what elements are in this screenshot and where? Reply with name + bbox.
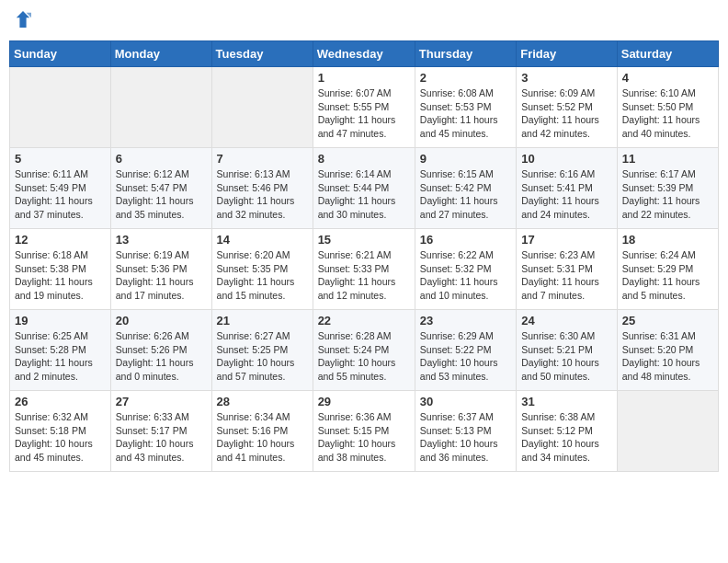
logo [13, 9, 33, 33]
calendar-cell: 31Sunrise: 6:38 AM Sunset: 5:12 PM Dayli… [517, 391, 618, 472]
day-number: 8 [318, 152, 410, 166]
calendar-cell [211, 67, 313, 148]
calendar-week-5: 26Sunrise: 6:32 AM Sunset: 5:18 PM Dayli… [10, 391, 719, 472]
calendar-cell: 5Sunrise: 6:11 AM Sunset: 5:49 PM Daylig… [10, 148, 111, 229]
day-number: 31 [521, 395, 612, 408]
calendar-header-row: SundayMondayTuesdayWednesdayThursdayFrid… [10, 41, 719, 67]
day-info: Sunrise: 6:10 AM Sunset: 5:50 PM Dayligh… [622, 86, 713, 141]
day-info: Sunrise: 6:26 AM Sunset: 5:26 PM Dayligh… [116, 329, 207, 384]
day-header-tuesday: Tuesday [211, 41, 313, 67]
day-number: 11 [622, 152, 713, 166]
calendar-cell: 17Sunrise: 6:23 AM Sunset: 5:31 PM Dayli… [517, 229, 618, 310]
day-number: 26 [15, 395, 106, 408]
calendar-cell [617, 391, 718, 472]
calendar-week-3: 12Sunrise: 6:18 AM Sunset: 5:38 PM Dayli… [10, 229, 719, 310]
day-number: 3 [521, 71, 612, 85]
day-number: 10 [521, 152, 612, 166]
day-info: Sunrise: 6:14 AM Sunset: 5:44 PM Dayligh… [318, 167, 410, 222]
day-info: Sunrise: 6:23 AM Sunset: 5:31 PM Dayligh… [521, 248, 612, 303]
calendar-cell: 13Sunrise: 6:19 AM Sunset: 5:36 PM Dayli… [110, 229, 211, 310]
calendar-table: SundayMondayTuesdayWednesdayThursdayFrid… [9, 40, 719, 472]
day-info: Sunrise: 6:33 AM Sunset: 5:17 PM Dayligh… [116, 410, 207, 465]
calendar-cell: 24Sunrise: 6:30 AM Sunset: 5:21 PM Dayli… [517, 310, 618, 391]
day-info: Sunrise: 6:19 AM Sunset: 5:36 PM Dayligh… [116, 248, 207, 303]
day-number: 12 [15, 233, 106, 247]
day-info: Sunrise: 6:16 AM Sunset: 5:41 PM Dayligh… [521, 167, 612, 222]
day-number: 29 [318, 395, 410, 408]
calendar-week-4: 19Sunrise: 6:25 AM Sunset: 5:28 PM Dayli… [10, 310, 719, 391]
calendar-cell [110, 67, 211, 148]
calendar-cell: 11Sunrise: 6:17 AM Sunset: 5:39 PM Dayli… [617, 148, 718, 229]
calendar-cell: 14Sunrise: 6:20 AM Sunset: 5:35 PM Dayli… [211, 229, 313, 310]
calendar-cell: 23Sunrise: 6:29 AM Sunset: 5:22 PM Dayli… [415, 310, 516, 391]
day-info: Sunrise: 6:37 AM Sunset: 5:13 PM Dayligh… [420, 410, 511, 465]
day-info: Sunrise: 6:28 AM Sunset: 5:24 PM Dayligh… [318, 329, 410, 384]
day-number: 14 [217, 233, 308, 247]
day-info: Sunrise: 6:12 AM Sunset: 5:47 PM Dayligh… [116, 167, 207, 222]
calendar-cell: 7Sunrise: 6:13 AM Sunset: 5:46 PM Daylig… [211, 148, 313, 229]
day-number: 4 [622, 71, 713, 85]
calendar-cell: 4Sunrise: 6:10 AM Sunset: 5:50 PM Daylig… [617, 67, 718, 148]
day-info: Sunrise: 6:21 AM Sunset: 5:33 PM Dayligh… [318, 248, 410, 303]
day-number: 7 [217, 152, 308, 166]
day-number: 16 [420, 233, 511, 247]
day-number: 23 [420, 314, 511, 327]
day-info: Sunrise: 6:11 AM Sunset: 5:49 PM Dayligh… [15, 167, 106, 222]
day-number: 28 [217, 395, 308, 408]
calendar-cell: 29Sunrise: 6:36 AM Sunset: 5:15 PM Dayli… [313, 391, 415, 472]
day-number: 9 [420, 152, 511, 166]
day-number: 19 [15, 314, 106, 327]
calendar-cell: 6Sunrise: 6:12 AM Sunset: 5:47 PM Daylig… [110, 148, 211, 229]
day-info: Sunrise: 6:30 AM Sunset: 5:21 PM Dayligh… [521, 329, 612, 384]
calendar-cell: 15Sunrise: 6:21 AM Sunset: 5:33 PM Dayli… [313, 229, 415, 310]
calendar-cell [10, 67, 111, 148]
day-info: Sunrise: 6:32 AM Sunset: 5:18 PM Dayligh… [15, 410, 106, 465]
calendar-cell: 8Sunrise: 6:14 AM Sunset: 5:44 PM Daylig… [313, 148, 415, 229]
day-info: Sunrise: 6:34 AM Sunset: 5:16 PM Dayligh… [217, 410, 308, 465]
day-info: Sunrise: 6:17 AM Sunset: 5:39 PM Dayligh… [622, 167, 713, 222]
day-number: 5 [15, 152, 106, 166]
day-number: 27 [116, 395, 207, 408]
day-header-saturday: Saturday [617, 41, 718, 67]
day-info: Sunrise: 6:31 AM Sunset: 5:20 PM Dayligh… [622, 329, 713, 384]
day-number: 20 [116, 314, 207, 327]
calendar-cell: 20Sunrise: 6:26 AM Sunset: 5:26 PM Dayli… [110, 310, 211, 391]
day-info: Sunrise: 6:24 AM Sunset: 5:29 PM Dayligh… [622, 248, 713, 303]
day-info: Sunrise: 6:07 AM Sunset: 5:55 PM Dayligh… [318, 86, 410, 141]
calendar-cell: 12Sunrise: 6:18 AM Sunset: 5:38 PM Dayli… [10, 229, 111, 310]
calendar-cell: 10Sunrise: 6:16 AM Sunset: 5:41 PM Dayli… [517, 148, 618, 229]
day-number: 24 [521, 314, 612, 327]
day-number: 15 [318, 233, 410, 247]
calendar-cell: 2Sunrise: 6:08 AM Sunset: 5:53 PM Daylig… [415, 67, 516, 148]
day-info: Sunrise: 6:36 AM Sunset: 5:15 PM Dayligh… [318, 410, 410, 465]
calendar-cell: 18Sunrise: 6:24 AM Sunset: 5:29 PM Dayli… [617, 229, 718, 310]
day-number: 6 [116, 152, 207, 166]
day-number: 22 [318, 314, 410, 327]
day-number: 17 [521, 233, 612, 247]
calendar-cell: 16Sunrise: 6:22 AM Sunset: 5:32 PM Dayli… [415, 229, 516, 310]
calendar-cell: 30Sunrise: 6:37 AM Sunset: 5:13 PM Dayli… [415, 391, 516, 472]
day-info: Sunrise: 6:18 AM Sunset: 5:38 PM Dayligh… [15, 248, 106, 303]
day-info: Sunrise: 6:25 AM Sunset: 5:28 PM Dayligh… [15, 329, 106, 384]
day-info: Sunrise: 6:38 AM Sunset: 5:12 PM Dayligh… [521, 410, 612, 465]
calendar-cell: 9Sunrise: 6:15 AM Sunset: 5:42 PM Daylig… [415, 148, 516, 229]
day-info: Sunrise: 6:15 AM Sunset: 5:42 PM Dayligh… [420, 167, 511, 222]
day-info: Sunrise: 6:29 AM Sunset: 5:22 PM Dayligh… [420, 329, 511, 384]
calendar-cell: 22Sunrise: 6:28 AM Sunset: 5:24 PM Dayli… [313, 310, 415, 391]
day-number: 2 [420, 71, 511, 85]
calendar-cell: 19Sunrise: 6:25 AM Sunset: 5:28 PM Dayli… [10, 310, 111, 391]
day-info: Sunrise: 6:09 AM Sunset: 5:52 PM Dayligh… [521, 86, 612, 141]
day-header-friday: Friday [517, 41, 618, 67]
page-header [9, 9, 719, 33]
logo-icon [15, 9, 31, 29]
day-info: Sunrise: 6:08 AM Sunset: 5:53 PM Dayligh… [420, 86, 511, 141]
day-header-wednesday: Wednesday [313, 41, 415, 67]
day-header-thursday: Thursday [415, 41, 516, 67]
calendar-cell: 26Sunrise: 6:32 AM Sunset: 5:18 PM Dayli… [10, 391, 111, 472]
day-info: Sunrise: 6:20 AM Sunset: 5:35 PM Dayligh… [217, 248, 308, 303]
day-header-monday: Monday [110, 41, 211, 67]
calendar-cell: 21Sunrise: 6:27 AM Sunset: 5:25 PM Dayli… [211, 310, 313, 391]
day-number: 21 [217, 314, 308, 327]
day-number: 1 [318, 71, 410, 85]
day-number: 30 [420, 395, 511, 408]
